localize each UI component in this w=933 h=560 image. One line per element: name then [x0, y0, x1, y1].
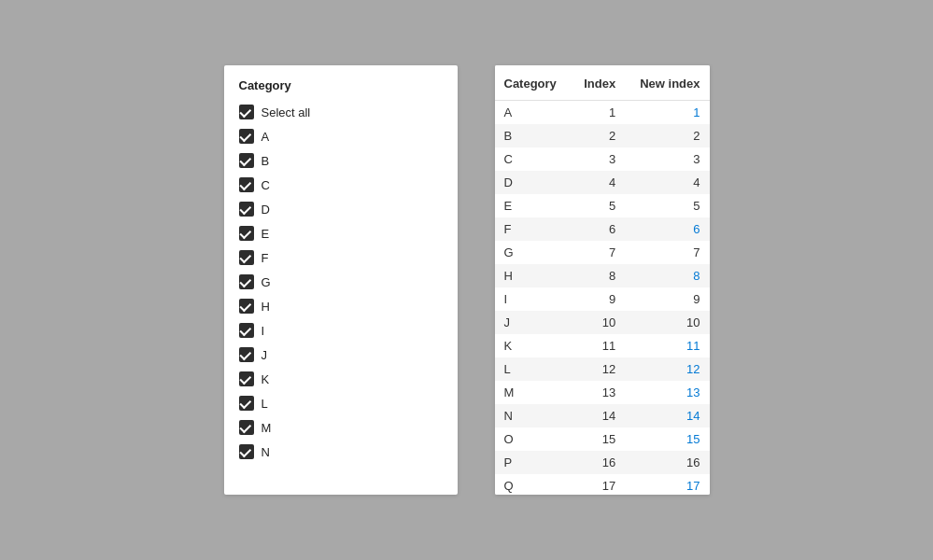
checkbox-box[interactable] — [239, 444, 254, 459]
checkbox-item[interactable]: D — [232, 197, 450, 221]
cell-category: I — [495, 287, 572, 311]
cell-index: 1 — [571, 101, 625, 125]
checkbox-item[interactable]: K — [232, 367, 450, 391]
cell-category: P — [495, 451, 572, 474]
cell-index: 3 — [571, 147, 625, 171]
table-row: J1010 — [495, 311, 710, 334]
cell-index: 12 — [571, 357, 625, 381]
checkbox-item[interactable]: J — [232, 343, 450, 367]
checkbox-box[interactable] — [239, 177, 254, 192]
checkbox-label: B — [262, 154, 270, 168]
select-all-checkbox[interactable] — [239, 105, 254, 119]
table-row: F66 — [495, 217, 710, 241]
table-row: G77 — [495, 241, 710, 264]
checkbox-box[interactable] — [239, 226, 254, 241]
table-row: M1313 — [495, 381, 710, 404]
cell-category: A — [495, 101, 572, 125]
cell-category: L — [495, 357, 572, 381]
table-row: B22 — [495, 124, 710, 147]
checkbox-item[interactable]: E — [232, 221, 450, 245]
checkbox-label: E — [262, 227, 270, 241]
cell-index: 7 — [571, 241, 625, 264]
table-container: Category Index New index A11B22C33D44E55… — [495, 65, 710, 495]
cell-category: F — [495, 217, 572, 241]
checkbox-label: G — [262, 275, 271, 289]
checkbox-item[interactable]: C — [232, 173, 450, 197]
index-table: Category Index New index A11B22C33D44E55… — [495, 65, 710, 495]
cell-index: 2 — [571, 124, 625, 147]
table-row: O1515 — [495, 427, 710, 451]
checkbox-label: K — [262, 372, 270, 386]
table-row: N1414 — [495, 404, 710, 427]
checkbox-item[interactable]: A — [232, 124, 450, 148]
cell-index: 4 — [571, 171, 625, 194]
category-header: Category — [224, 65, 458, 100]
checkbox-item[interactable]: M — [232, 415, 450, 440]
checkbox-item[interactable]: I — [232, 318, 450, 343]
checkbox-label: A — [262, 130, 270, 144]
checkbox-box[interactable] — [239, 371, 254, 386]
cell-index: 16 — [571, 451, 625, 474]
cell-category: K — [495, 334, 572, 357]
cell-category: H — [495, 264, 572, 287]
checkbox-item[interactable]: G — [232, 270, 450, 294]
checkbox-box[interactable] — [239, 323, 254, 338]
checkbox-label: J — [262, 348, 268, 362]
checkbox-item[interactable]: L — [232, 391, 450, 415]
cell-index: 10 — [571, 311, 625, 334]
cell-index: 8 — [571, 264, 625, 287]
checkbox-box[interactable] — [239, 250, 254, 265]
cell-new-index: 12 — [625, 357, 709, 381]
table-row: D44 — [495, 171, 710, 194]
checkbox-item[interactable]: B — [232, 148, 450, 173]
checkbox-box[interactable] — [239, 153, 254, 168]
cell-new-index: 10 — [625, 311, 709, 334]
cell-new-index: 1 — [625, 101, 709, 125]
checkbox-box[interactable] — [239, 347, 254, 362]
cell-new-index: 3 — [625, 147, 709, 171]
table-row: H88 — [495, 264, 710, 287]
col-new-index: New index — [625, 65, 709, 101]
cell-index: 9 — [571, 287, 625, 311]
checkbox-item[interactable]: F — [232, 245, 450, 270]
cell-new-index: 13 — [625, 381, 709, 404]
cell-category: E — [495, 194, 572, 217]
cell-new-index: 17 — [625, 474, 709, 495]
cell-category: C — [495, 147, 572, 171]
checkbox-label: C — [262, 178, 270, 192]
table-row: Q1717 — [495, 474, 710, 495]
cell-index: 6 — [571, 217, 625, 241]
cell-category: O — [495, 427, 572, 451]
checkbox-item[interactable]: N — [232, 440, 450, 464]
cell-new-index: 7 — [625, 241, 709, 264]
right-panel: Category Index New index A11B22C33D44E55… — [495, 65, 710, 495]
checkbox-list: Select all A B C D E F G H I — [224, 100, 458, 495]
cell-new-index: 15 — [625, 427, 709, 451]
cell-category: D — [495, 171, 572, 194]
table-row: A11 — [495, 101, 710, 125]
select-all-item[interactable]: Select all — [232, 100, 450, 124]
checkbox-label: M — [262, 421, 272, 435]
cell-category: M — [495, 381, 572, 404]
cell-category: Q — [495, 474, 572, 495]
checkbox-box[interactable] — [239, 299, 254, 314]
left-panel: Category Select all A B C D E F G — [224, 65, 458, 495]
checkbox-label: D — [262, 203, 270, 217]
checkbox-box[interactable] — [239, 274, 254, 289]
table-row: C33 — [495, 147, 710, 171]
checkbox-item[interactable]: H — [232, 294, 450, 318]
col-category: Category — [495, 65, 572, 101]
cell-new-index: 4 — [625, 171, 709, 194]
cell-index: 15 — [571, 427, 625, 451]
checkbox-box[interactable] — [239, 202, 254, 217]
checkbox-box[interactable] — [239, 420, 254, 435]
col-index: Index — [571, 65, 625, 101]
cell-new-index: 14 — [625, 404, 709, 427]
table-row: K1111 — [495, 334, 710, 357]
cell-index: 17 — [571, 474, 625, 495]
checkbox-box[interactable] — [239, 396, 254, 411]
checkbox-label: I — [262, 324, 265, 338]
cell-new-index: 5 — [625, 194, 709, 217]
cell-new-index: 16 — [625, 451, 709, 474]
checkbox-box[interactable] — [239, 129, 254, 144]
